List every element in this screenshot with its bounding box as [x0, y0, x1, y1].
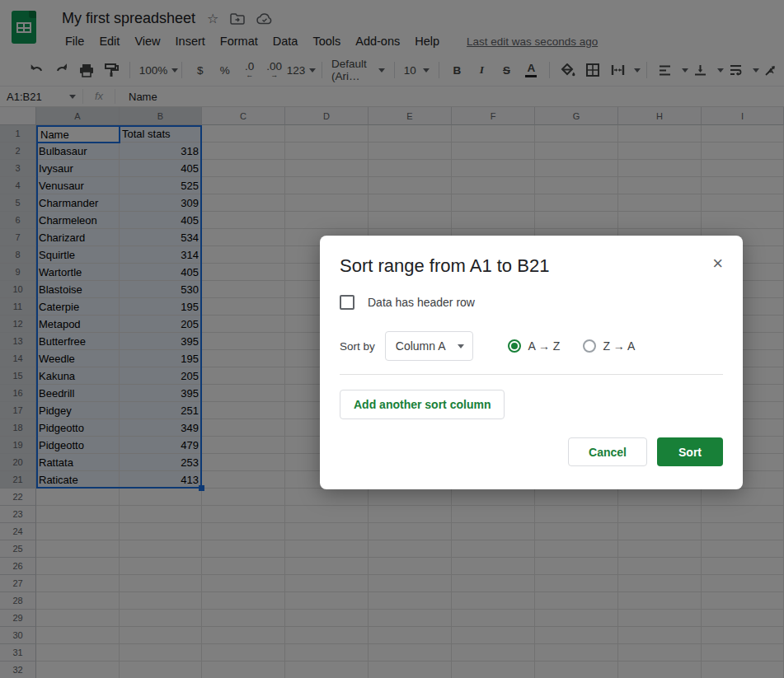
sort-button[interactable]: Sort	[657, 437, 723, 466]
dialog-title: Sort range from A1 to B21	[340, 255, 549, 277]
radio-a-to-z[interactable]: A → Z	[508, 339, 560, 353]
radio-selected-icon	[508, 339, 521, 353]
chevron-down-icon	[458, 344, 464, 348]
sort-by-label: Sort by	[340, 340, 375, 353]
header-row-checkbox-label[interactable]: Data has header row	[368, 296, 475, 309]
radio-unselected-icon	[583, 339, 596, 353]
radio-z-to-a[interactable]: Z → A	[583, 339, 635, 353]
add-sort-column-button[interactable]: Add another sort column	[340, 390, 505, 419]
header-row-checkbox[interactable]	[340, 295, 354, 310]
google-sheets-app: My first spreadsheet ☆ File Edit View In…	[0, 0, 784, 678]
cancel-button[interactable]: Cancel	[568, 437, 647, 466]
sort-column-select[interactable]: Column A	[385, 331, 474, 361]
sort-range-dialog: Sort range from A1 to B21 × Data has hea…	[320, 236, 743, 489]
close-icon[interactable]: ×	[712, 255, 723, 272]
dialog-divider	[340, 374, 723, 375]
